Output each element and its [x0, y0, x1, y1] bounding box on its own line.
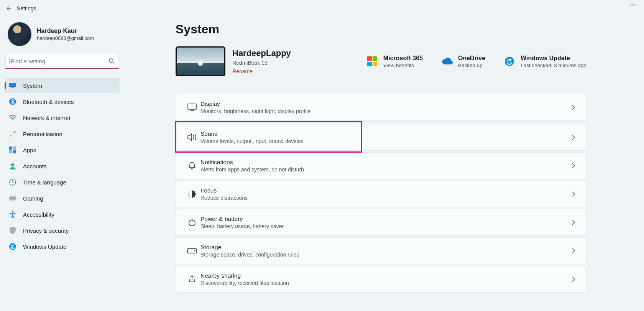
svg-point-14 — [14, 198, 15, 199]
svg-rect-1 — [9, 83, 16, 87]
monitor-icon — [8, 81, 17, 90]
sidebar-item-label: Apps — [23, 147, 36, 153]
settings-card-nearby[interactable]: Nearby sharing Discoverability, received… — [176, 266, 586, 293]
window-title: Settings — [17, 5, 36, 12]
back-button[interactable] — [0, 0, 17, 17]
card-title: Power & battery — [200, 216, 284, 222]
svg-rect-9 — [13, 150, 16, 153]
sidebar-item-label: Gaming — [23, 195, 43, 202]
search-icon — [108, 58, 115, 64]
profile-name: Hardeep Kaur — [37, 28, 94, 35]
svg-rect-19 — [367, 62, 372, 66]
bluetooth-icon — [8, 97, 17, 106]
sidebar-item-label: Personalisation — [23, 131, 62, 137]
sidebar-item-label: Bluetooth & devices — [23, 99, 74, 105]
window-minimize-button[interactable] — [630, 5, 635, 5]
search-box[interactable] — [5, 54, 119, 69]
titlebar: Settings — [0, 0, 644, 17]
card-sub: Discoverability, received files location — [200, 280, 289, 286]
sidebar: Hardeep Kaur hardeep0688@gmail.com Syste… — [0, 17, 124, 311]
svg-rect-22 — [188, 104, 196, 109]
settings-card-storage[interactable]: Storage Storage space, drives, configura… — [176, 237, 586, 264]
card-title: Display — [200, 100, 310, 107]
settings-card-display[interactable]: Display Monitors, brightness, night ligh… — [176, 94, 586, 121]
svg-point-26 — [194, 250, 196, 252]
accessibility-icon — [8, 210, 17, 219]
system-header: HardeepLappy RedmiBook 15 Rename Microso… — [176, 46, 586, 76]
settings-card-power[interactable]: Power & battery Sleep, battery usage, ba… — [176, 209, 586, 236]
chevron-right-icon — [572, 134, 575, 140]
quicklink-sub: Backed up — [458, 63, 485, 68]
sidebar-item-network[interactable]: Network & internet — [5, 110, 120, 125]
rename-link[interactable]: Rename — [232, 68, 291, 74]
svg-rect-6 — [9, 146, 12, 150]
settings-card-notifications[interactable]: Notifications Alerts from apps and syste… — [176, 152, 586, 179]
sidebar-item-personalisation[interactable]: Personalisation — [5, 126, 120, 142]
card-title: Notifications — [200, 159, 304, 166]
search-input[interactable] — [11, 58, 108, 64]
device-model: RedmiBook 15 — [232, 60, 291, 66]
quicklink-m365[interactable]: Microsoft 365 View benefits — [366, 55, 423, 68]
card-title: Focus — [200, 187, 248, 194]
update-icon — [8, 242, 17, 251]
svg-point-4 — [12, 119, 13, 120]
paintbrush-icon — [8, 130, 17, 138]
profile-block[interactable]: Hardeep Kaur hardeep0688@gmail.com — [0, 22, 124, 54]
bell-icon — [184, 161, 200, 170]
sidebar-item-label: Accessibility — [23, 211, 54, 218]
sidebar-item-label: Windows Update — [23, 244, 66, 250]
chevron-right-icon — [572, 276, 575, 282]
sidebar-item-accessibility[interactable]: Accessibility — [5, 207, 120, 222]
wifi-icon — [8, 114, 17, 122]
text-caret — [10, 58, 10, 64]
quicklink-title: Microsoft 365 — [383, 55, 423, 62]
sidebar-item-label: Privacy & security — [23, 227, 69, 234]
display-icon — [184, 104, 200, 111]
sidebar-item-label: Accounts — [23, 163, 47, 169]
update-icon — [504, 56, 515, 67]
quicklink-sub: Last checked: 3 minutes ago — [521, 63, 586, 68]
sidebar-item-label: Network & internet — [23, 115, 70, 121]
card-title: Storage — [200, 244, 299, 251]
profile-email: hardeep0688@gmail.com — [37, 35, 94, 41]
quicklink-title: Windows Update — [521, 55, 586, 62]
svg-rect-7 — [13, 146, 16, 150]
person-icon — [8, 162, 17, 170]
microsoft-icon — [366, 56, 378, 67]
sidebar-item-label: Time & language — [23, 179, 66, 186]
sidebar-item-accounts[interactable]: Accounts — [5, 158, 120, 174]
sidebar-item-time-language[interactable]: Time & language — [5, 174, 120, 190]
quicklink-sub: View benefits — [383, 63, 423, 68]
chevron-right-icon — [572, 191, 575, 197]
card-sub: Volume levels, output, input, sound devi… — [200, 138, 304, 144]
svg-point-0 — [109, 59, 113, 63]
sidebar-nav: System Bluetooth & devices Network & int… — [0, 78, 124, 254]
svg-rect-2 — [11, 87, 14, 88]
device-name: HardeepLappy — [232, 48, 291, 58]
sidebar-item-apps[interactable]: Apps — [5, 142, 120, 158]
svg-rect-17 — [367, 56, 372, 61]
svg-rect-8 — [9, 150, 12, 153]
device-thumbnail — [176, 46, 225, 76]
gamepad-icon — [8, 194, 17, 202]
svg-point-5 — [14, 131, 16, 132]
storage-icon — [184, 248, 200, 253]
card-sub: Sleep, battery usage, battery saver — [200, 223, 284, 229]
avatar — [8, 22, 31, 46]
quicklink-onedrive[interactable]: OneDrive Backed up — [441, 55, 485, 68]
settings-card-focus[interactable]: Focus Reduce distractions — [176, 181, 586, 207]
settings-card-sound[interactable]: Sound Volume levels, output, input, soun… — [176, 124, 586, 151]
quicklink-windows-update[interactable]: Windows Update Last checked: 3 minutes a… — [504, 55, 586, 68]
svg-point-10 — [11, 163, 14, 166]
card-sub: Storage space, drives, configuration rul… — [200, 252, 299, 258]
sidebar-item-privacy[interactable]: Privacy & security — [5, 223, 120, 238]
speaker-icon — [184, 133, 200, 142]
chevron-right-icon — [572, 104, 575, 110]
page-title: System — [176, 22, 586, 36]
chevron-right-icon — [572, 163, 575, 169]
sidebar-item-label: System — [23, 82, 42, 89]
sidebar-item-gaming[interactable]: Gaming — [5, 191, 120, 206]
sidebar-item-bluetooth[interactable]: Bluetooth & devices — [5, 94, 120, 109]
sidebar-item-windows-update[interactable]: Windows Update — [5, 239, 120, 254]
sidebar-item-system[interactable]: System — [5, 78, 120, 93]
